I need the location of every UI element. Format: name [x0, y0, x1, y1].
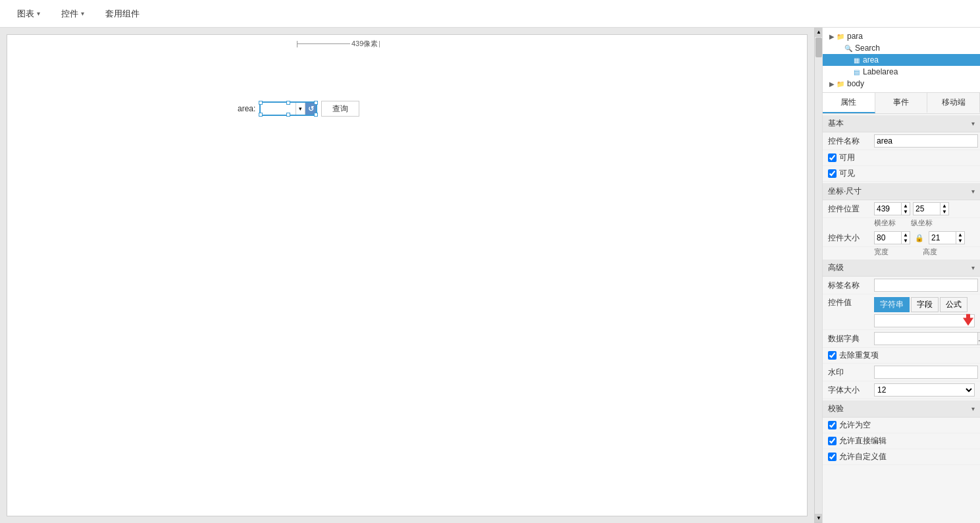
y-spinner[interactable]: ▲ ▼ — [940, 203, 948, 215]
width-indicator-label: 439像素 — [351, 39, 378, 49]
visible-row: 可见 — [823, 166, 980, 182]
tab-mobile[interactable]: 移动端 — [927, 93, 980, 113]
x-input-wrap: ▲ ▼ — [874, 202, 910, 215]
main-area: 439像素 area: ▾ ↺ — [0, 28, 980, 523]
area-input-wrapper: ▾ ↺ — [259, 101, 317, 116]
h-input[interactable] — [929, 232, 956, 244]
font-size-select[interactable]: 12 10 11 14 16 18 20 — [874, 383, 975, 397]
x-spin-up[interactable]: ▲ — [902, 203, 910, 209]
tree-item-labelarea[interactable]: ▤ Labelarea — [823, 66, 980, 78]
h-spinner[interactable]: ▲ ▼ — [956, 232, 964, 244]
w-input-wrap: ▲ ▼ — [874, 231, 910, 244]
tag-name-label: 标签名称 — [828, 280, 874, 291]
tab-properties[interactable]: 属性 — [823, 93, 875, 113]
x-spinner[interactable]: ▲ ▼ — [901, 203, 910, 215]
allow-custom-checkbox[interactable] — [828, 453, 837, 461]
tree-icon-body: 📁 — [836, 79, 845, 88]
y-input[interactable] — [914, 203, 940, 215]
tree-item-area[interactable]: ▦ area — [823, 54, 980, 66]
w-input[interactable] — [875, 232, 901, 244]
enabled-checkbox[interactable] — [828, 153, 837, 162]
h-sub-label: 高度 — [923, 247, 957, 257]
scroll-thumb[interactable] — [815, 38, 822, 57]
control-name-input[interactable] — [874, 134, 978, 148]
canvas-scrollbar[interactable]: ▲ ▼ — [814, 28, 822, 523]
allow-null-label: 允许为空 — [839, 420, 871, 431]
tree-item-para[interactable]: ▶ 📁 para — [823, 30, 980, 42]
tree-label-labelarea: Labelarea — [863, 67, 898, 76]
h-spin-up[interactable]: ▲ — [956, 232, 964, 238]
w-spin-down[interactable]: ▼ — [902, 238, 910, 244]
ctrl-value-content: 字符串 字段 公式 — [874, 297, 975, 327]
area-label: area: — [238, 104, 255, 113]
size-row: 控件大小 ▲ ▼ 🔒 ▲ ▼ — [823, 229, 980, 247]
control-name-label: 控件名称 — [828, 136, 874, 147]
ctrl-val-tab-field[interactable]: 字段 — [911, 297, 939, 312]
y-input-wrap: ▲ ▼ — [913, 202, 949, 215]
h-spin-down[interactable]: ▼ — [956, 238, 964, 244]
tree-icon-para: 📁 — [836, 32, 845, 41]
handle-tm[interactable] — [286, 101, 290, 105]
allow-direct-edit-checkbox[interactable] — [828, 437, 837, 445]
x-spin-down[interactable]: ▼ — [902, 209, 910, 215]
remove-dup-checkbox[interactable] — [828, 351, 837, 360]
ctrl-value-row: 控件值 字符串 字段 公式 — [823, 294, 980, 330]
ctrl-value-input[interactable] — [874, 314, 975, 327]
ctrl-val-tab-formula[interactable]: 公式 — [940, 297, 967, 312]
tree-item-search[interactable]: 🔍 Search — [823, 42, 980, 54]
w-spinner[interactable]: ▲ ▼ — [901, 232, 910, 244]
handle-bm[interactable] — [286, 113, 290, 117]
control-name-row: 控件名称 — [823, 132, 980, 150]
tree-toggle-para[interactable]: ▶ — [828, 33, 836, 40]
query-button[interactable]: 查询 — [321, 101, 359, 117]
tag-name-input[interactable] — [874, 279, 978, 292]
section-coord-header[interactable]: 坐标·尺寸 ▾ — [823, 183, 980, 200]
remove-dup-row: 去除重复项 — [823, 348, 980, 364]
toolbar-chart-chevron: ▾ — [37, 10, 40, 17]
section-advanced-chevron: ▾ — [971, 264, 975, 271]
area-btn-icon: ↺ — [308, 105, 314, 113]
section-validation-chevron: ▾ — [971, 405, 975, 412]
toolbar-suite[interactable]: 套用组件 — [95, 8, 150, 20]
area-dropdown-btn[interactable]: ▾ — [296, 103, 305, 115]
section-coord-chevron: ▾ — [971, 188, 975, 195]
toolbar-control-label: 控件 — [61, 8, 78, 20]
tab-bar: 属性 事件 移动端 — [823, 93, 980, 114]
section-advanced-label: 高级 — [828, 262, 844, 273]
allow-direct-edit-row: 允许直接编辑 — [823, 433, 980, 449]
handle-tl[interactable] — [259, 101, 263, 105]
canvas-area: 439像素 area: ▾ ↺ — [0, 28, 814, 523]
y-spin-up[interactable]: ▲ — [941, 203, 948, 209]
visible-checkbox[interactable] — [828, 169, 837, 178]
tab-events[interactable]: 事件 — [875, 93, 928, 113]
toolbar-control[interactable]: 控件 ▾ — [51, 8, 95, 20]
handle-br[interactable] — [314, 113, 318, 117]
watermark-label: 水印 — [828, 367, 874, 378]
section-coord-label: 坐标·尺寸 — [828, 186, 862, 197]
tree-item-body[interactable]: ▶ 📁 body — [823, 78, 980, 90]
x-input[interactable] — [875, 203, 901, 215]
props-panel: 属性 事件 移动端 基本 ▾ 控件名称 可用 — [823, 93, 980, 523]
data-dict-input[interactable] — [874, 332, 978, 345]
w-spin-up[interactable]: ▲ — [902, 232, 910, 238]
section-basic-header[interactable]: 基本 ▾ — [823, 115, 980, 132]
handle-bl[interactable] — [259, 113, 263, 117]
handle-tr[interactable] — [314, 101, 318, 105]
section-validation-header[interactable]: 校验 ▾ — [823, 400, 980, 418]
right-sidebar: ▶ 📁 para 🔍 Search ▦ area ▤ Labelarea — [822, 28, 980, 523]
allow-null-checkbox[interactable] — [828, 421, 837, 429]
tree-label-body: body — [847, 79, 864, 88]
red-arrow-indicator — [963, 314, 973, 328]
tree-toggle-body[interactable]: ▶ — [828, 80, 836, 88]
allow-custom-row: 允许自定义值 — [823, 449, 980, 465]
toolbar-chart[interactable]: 图表 ▾ — [7, 8, 51, 20]
watermark-input[interactable] — [874, 366, 978, 379]
ctrl-val-tab-string[interactable]: 字符串 — [874, 297, 910, 312]
watermark-row: 水印 — [823, 364, 980, 381]
section-advanced-header[interactable]: 高级 ▾ — [823, 260, 980, 277]
size-sub-labels: 宽度 高度 — [823, 247, 980, 258]
y-spin-down[interactable]: ▼ — [941, 209, 948, 215]
h-input-wrap: ▲ ▼ — [929, 231, 965, 244]
ctrl-value-input-area — [874, 314, 975, 327]
enabled-label: 可用 — [839, 152, 855, 163]
